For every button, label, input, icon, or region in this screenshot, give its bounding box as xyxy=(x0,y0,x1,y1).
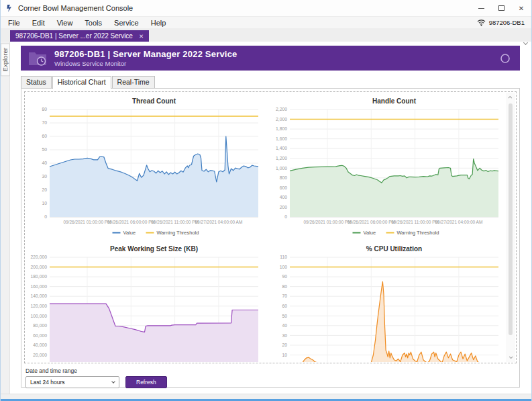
svg-text:220,000: 220,000 xyxy=(30,255,47,259)
svg-text:2,000: 2,000 xyxy=(276,117,287,122)
svg-text:1,600: 1,600 xyxy=(276,136,287,141)
svg-text:% CPU Utilization: % CPU Utilization xyxy=(366,245,422,253)
svg-text:30: 30 xyxy=(42,174,47,179)
spinner-icon xyxy=(500,53,511,64)
svg-text:140,000: 140,000 xyxy=(30,294,47,298)
svg-text:80: 80 xyxy=(42,107,47,112)
svg-text:60,000: 60,000 xyxy=(33,333,47,338)
minimize-button[interactable] xyxy=(471,0,491,16)
svg-text:50: 50 xyxy=(282,314,287,318)
tab-real-time[interactable]: Real-Time xyxy=(112,76,155,88)
connected-server-label: 987206-DB1 xyxy=(489,19,525,26)
svg-text:10: 10 xyxy=(282,353,287,357)
tab-status[interactable]: Status xyxy=(21,76,52,88)
svg-text:Peak Working Set Size (KB): Peak Working Set Size (KB) xyxy=(110,245,198,253)
svg-text:09/26/2021 01:00:00 PM: 09/26/2021 01:00:00 PM xyxy=(63,220,111,224)
svg-text:180,000: 180,000 xyxy=(30,274,47,279)
svg-text:Thread Count: Thread Count xyxy=(132,97,176,105)
svg-text:50: 50 xyxy=(42,147,47,152)
svg-text:1,000: 1,000 xyxy=(276,166,287,171)
svg-text:1,200: 1,200 xyxy=(276,156,287,161)
svg-text:60: 60 xyxy=(282,304,287,308)
status-strip xyxy=(1,394,531,399)
page-tab-bar: Status Historical Chart Real-Time xyxy=(21,76,520,88)
date-range-select[interactable]: Last 24 hours xyxy=(25,376,119,388)
svg-text:200: 200 xyxy=(280,205,288,210)
window-title: Corner Bowl Management Console xyxy=(18,4,133,12)
svg-text:40: 40 xyxy=(42,161,47,165)
service-monitor-icon xyxy=(28,50,48,66)
svg-text:20: 20 xyxy=(282,343,287,347)
chart-controls: Date and time range Last 24 hours Refres… xyxy=(24,367,517,388)
menu-tools[interactable]: Tools xyxy=(78,18,108,28)
tab-list-chevron-icon[interactable] xyxy=(524,35,528,39)
close-button[interactable]: ✕ xyxy=(511,0,531,16)
charts-viewport: 0102030405060708009/26/2021 01:00:00 PM0… xyxy=(25,93,506,362)
svg-text:200,000: 200,000 xyxy=(30,265,47,269)
svg-text:0: 0 xyxy=(44,214,47,219)
date-range-label: Date and time range xyxy=(25,367,517,374)
left-rail: Explorer xyxy=(1,42,10,394)
document-tab-strip: 987206-DB1 | Server ...er 2022 Service ✕ xyxy=(1,28,531,42)
svg-text:Value: Value xyxy=(364,230,376,236)
svg-text:70: 70 xyxy=(282,294,287,298)
svg-text:100: 100 xyxy=(280,265,288,269)
app-window: Corner Bowl Management Console ✕ File Ed… xyxy=(0,0,532,401)
svg-text:09/26/2021 11:00:00 PM: 09/26/2021 11:00:00 PM xyxy=(151,220,199,224)
svg-text:400: 400 xyxy=(280,195,288,199)
scrollbar-up-icon[interactable] xyxy=(506,93,515,102)
svg-text:110: 110 xyxy=(280,255,287,259)
svg-text:09/26/2021 06:00:00 PM: 09/26/2021 06:00:00 PM xyxy=(107,220,155,224)
svg-text:2,200: 2,200 xyxy=(276,107,287,112)
svg-text:09/26/2021 01:00:00 PM: 09/26/2021 01:00:00 PM xyxy=(303,220,351,224)
svg-text:40,000: 40,000 xyxy=(33,343,47,347)
vertical-scrollbar[interactable] xyxy=(506,93,515,362)
chart-peak-working-set: 020,00040,00060,00080,000100,000120,0001… xyxy=(27,244,264,362)
scrollbar-thumb[interactable] xyxy=(509,103,513,335)
explorer-panel-tab[interactable]: Explorer xyxy=(1,43,10,76)
menu-bar: File Edit View Tools Service Help 987206… xyxy=(1,16,531,28)
svg-text:0: 0 xyxy=(284,214,287,219)
menu-edit[interactable]: Edit xyxy=(26,18,51,28)
svg-text:09/27/2021 04:00:00 AM: 09/27/2021 04:00:00 AM xyxy=(435,220,482,224)
page-title: 987206-DB1 | Server Manager 2022 Service xyxy=(54,49,237,59)
main-content: 987206-DB1 | Server Manager 2022 Service… xyxy=(10,42,531,394)
svg-text:600: 600 xyxy=(280,185,288,190)
menu-view[interactable]: View xyxy=(51,18,79,28)
maximize-button[interactable] xyxy=(491,0,511,16)
document-tab-label: 987206-DB1 | Server ...er 2022 Service xyxy=(15,32,133,40)
svg-text:120,000: 120,000 xyxy=(30,304,47,308)
svg-text:30: 30 xyxy=(282,333,287,338)
svg-text:80: 80 xyxy=(282,284,287,289)
chart-thread-count: 0102030405060708009/26/2021 01:00:00 PM0… xyxy=(27,96,264,238)
svg-text:Value: Value xyxy=(123,230,136,236)
service-banner: 987206-DB1 | Server Manager 2022 Service… xyxy=(21,46,520,71)
app-icon xyxy=(5,4,14,13)
date-range-value: Last 24 hours xyxy=(30,379,65,386)
svg-text:09/26/2021 06:00:00 PM: 09/26/2021 06:00:00 PM xyxy=(348,220,395,224)
scrollbar-down-icon[interactable] xyxy=(506,353,515,362)
svg-text:09/27/2021 04:00:00 AM: 09/27/2021 04:00:00 AM xyxy=(195,220,242,224)
svg-text:90: 90 xyxy=(282,274,287,279)
svg-text:20,000: 20,000 xyxy=(33,353,47,357)
svg-text:70: 70 xyxy=(42,120,47,125)
menu-help[interactable]: Help xyxy=(145,18,172,28)
svg-text:Warning Threshold: Warning Threshold xyxy=(157,230,199,236)
svg-text:160,000: 160,000 xyxy=(30,284,47,289)
document-tab-close-icon[interactable]: ✕ xyxy=(139,33,144,40)
wifi-icon xyxy=(477,19,486,26)
menu-file[interactable]: File xyxy=(2,18,26,28)
svg-text:10: 10 xyxy=(42,201,47,206)
svg-text:1,400: 1,400 xyxy=(276,146,287,150)
refresh-button[interactable]: Refresh xyxy=(125,376,167,388)
svg-text:800: 800 xyxy=(280,175,288,180)
tab-historical-chart[interactable]: Historical Chart xyxy=(52,76,111,89)
title-bar: Corner Bowl Management Console ✕ xyxy=(1,0,531,16)
document-tab[interactable]: 987206-DB1 | Server ...er 2022 Service ✕ xyxy=(10,30,149,42)
svg-text:20: 20 xyxy=(42,187,47,192)
svg-text:Warning Threshold: Warning Threshold xyxy=(397,230,439,236)
chart-cpu-utilization: 010203040506070809010011009/26/2021 01:0… xyxy=(267,244,504,362)
svg-text:100,000: 100,000 xyxy=(30,314,47,318)
chevron-down-icon xyxy=(111,380,115,384)
menu-service[interactable]: Service xyxy=(108,18,145,28)
